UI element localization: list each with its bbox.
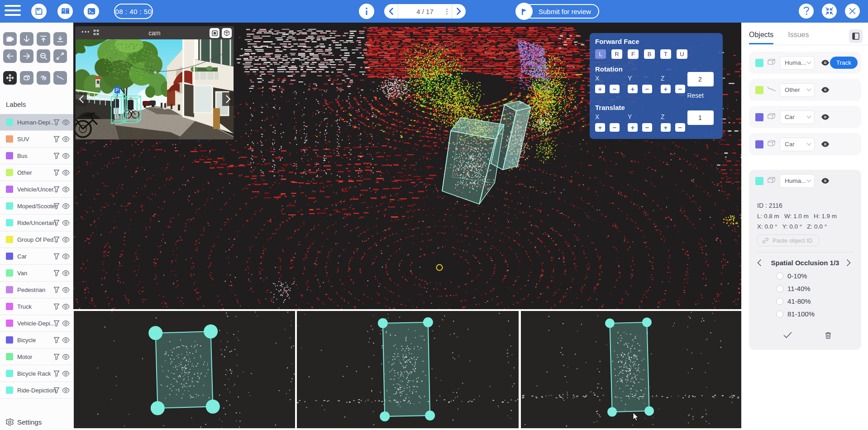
submit-flag-button[interactable] — [515, 3, 533, 20]
face-R-button[interactable]: R — [611, 49, 622, 59]
filter-icon[interactable] — [53, 169, 60, 176]
translate-z-minus-button[interactable]: − — [675, 123, 685, 132]
occlusion-option-81-100[interactable]: 81-100% — [776, 310, 853, 318]
object-class-select[interactable]: Huma... — [780, 174, 815, 188]
object-visibility-button[interactable] — [821, 86, 830, 93]
tab-issues[interactable]: Issues — [788, 31, 809, 44]
filter-icon[interactable] — [53, 119, 60, 126]
label-item-vehicle-depi[interactable]: Vehicle-Depi... — [0, 315, 73, 332]
object-card-4[interactable]: Car — [749, 133, 861, 155]
help-button[interactable] — [799, 4, 814, 19]
filter-icon[interactable] — [53, 136, 60, 143]
visibility-icon[interactable] — [62, 170, 70, 176]
label-item-other[interactable]: Other — [0, 164, 73, 181]
filter-icon[interactable] — [53, 186, 60, 193]
visibility-icon[interactable] — [62, 304, 70, 310]
translate-y-minus-button[interactable]: − — [642, 123, 652, 132]
radio-icon[interactable] — [776, 311, 783, 318]
next-frame-button[interactable] — [452, 4, 466, 19]
visibility-icon[interactable] — [62, 253, 70, 259]
visibility-icon[interactable] — [62, 220, 70, 226]
tool-camera[interactable] — [3, 32, 17, 46]
label-item-human-depi[interactable]: Human-Depi... — [0, 114, 73, 131]
object-visibility-button[interactable] — [821, 114, 830, 120]
filter-icon[interactable] — [53, 236, 60, 243]
object-class-select[interactable]: Huma... — [780, 56, 815, 70]
face-F-button[interactable]: F — [628, 49, 639, 59]
menu-icon[interactable] — [5, 5, 21, 18]
projection-3d-button[interactable] — [222, 28, 232, 38]
occlusion-option-0-10[interactable]: 0-10% — [776, 272, 853, 280]
filter-icon[interactable] — [53, 203, 60, 210]
more-options-icon[interactable]: ••• — [81, 29, 91, 35]
panel-toggle-button[interactable] — [849, 29, 863, 43]
label-item-group-of-ped[interactable]: Group Of Ped... — [0, 231, 73, 248]
submit-button[interactable]: Submit for review — [524, 4, 599, 19]
visibility-icon[interactable] — [821, 177, 830, 184]
rotation-y-plus-button[interactable]: + — [628, 85, 638, 93]
tool-arrow-left[interactable] — [3, 49, 17, 63]
visibility-icon[interactable] — [62, 371, 70, 377]
label-item-suv[interactable]: SUV — [0, 131, 73, 148]
tool-arrow-right[interactable] — [20, 49, 33, 63]
visibility-icon[interactable] — [62, 287, 70, 293]
object-class-select[interactable]: Other — [780, 83, 815, 97]
rotation-x-minus-button[interactable]: − — [610, 85, 620, 93]
visibility-icon[interactable] — [62, 337, 70, 343]
translate-x-minus-button[interactable]: − — [610, 123, 620, 132]
face-L-button[interactable]: L — [595, 49, 606, 59]
visibility-icon[interactable] — [62, 270, 70, 276]
filter-icon[interactable] — [53, 220, 60, 226]
filter-icon[interactable] — [53, 337, 60, 344]
label-item-motor[interactable]: Motor — [0, 349, 73, 365]
ortho-view-side[interactable] — [297, 311, 519, 428]
lidar-viewport[interactable]: cam ••• — [73, 23, 741, 309]
filter-icon[interactable] — [53, 270, 60, 277]
paste-object-id-button[interactable]: Paste object ID — [757, 234, 819, 246]
radio-icon[interactable] — [776, 298, 783, 305]
face-U-button[interactable]: U — [677, 49, 687, 59]
filter-icon[interactable] — [53, 153, 60, 159]
label-item-car[interactable]: Car — [0, 248, 73, 265]
rotation-step-input[interactable]: 2 — [687, 72, 714, 86]
visibility-icon[interactable] — [62, 186, 70, 192]
filter-icon[interactable] — [53, 370, 60, 377]
projection-2d-button[interactable] — [210, 28, 219, 38]
confirm-button[interactable] — [783, 332, 792, 341]
tool-expand[interactable] — [53, 49, 67, 63]
object-visibility-button[interactable] — [821, 141, 830, 148]
visibility-icon[interactable] — [62, 387, 70, 393]
visibility-icon[interactable] — [62, 136, 70, 142]
visibility-icon[interactable] — [62, 119, 70, 125]
label-item-truck[interactable]: Truck — [0, 298, 73, 315]
kebab-icon[interactable] — [446, 8, 448, 15]
tool-arrow-down[interactable] — [20, 32, 33, 46]
rotation-x-plus-button[interactable]: + — [595, 85, 605, 93]
tool-to-bottom[interactable] — [53, 32, 67, 46]
filter-icon[interactable] — [53, 253, 60, 260]
label-item-moped-scooter[interactable]: Moped/Scooter — [0, 198, 73, 215]
object-visibility-button[interactable] — [821, 59, 830, 66]
label-item-ride-depiction[interactable]: Ride-Depiction — [0, 382, 73, 399]
tab-objects[interactable]: Objects — [749, 31, 773, 44]
visibility-icon[interactable] — [821, 59, 830, 66]
fullscreen-icon[interactable] — [93, 29, 99, 35]
visibility-icon[interactable] — [62, 153, 70, 159]
prev-frame-button[interactable] — [384, 4, 398, 19]
object-card-2[interactable]: Other — [749, 79, 861, 101]
filter-icon[interactable] — [53, 354, 60, 360]
tool-zoom-out[interactable] — [37, 49, 50, 63]
occlusion-option-11-40[interactable]: 11-40% — [776, 285, 853, 292]
translate-x-plus-button[interactable]: + — [595, 123, 605, 132]
camera-image[interactable]: P — [76, 39, 234, 139]
delete-button[interactable] — [825, 332, 831, 341]
visibility-icon[interactable] — [62, 354, 70, 360]
object-class-select[interactable]: Car — [780, 138, 815, 151]
object-card-1[interactable]: Huma... Track — [749, 52, 861, 74]
rotation-z-plus-button[interactable]: + — [661, 85, 671, 93]
console-button[interactable] — [84, 4, 99, 19]
filter-icon[interactable] — [53, 287, 60, 293]
label-item-bicycle[interactable]: Bicycle — [0, 332, 73, 349]
radio-icon[interactable] — [776, 272, 783, 280]
radio-icon[interactable] — [776, 285, 783, 292]
